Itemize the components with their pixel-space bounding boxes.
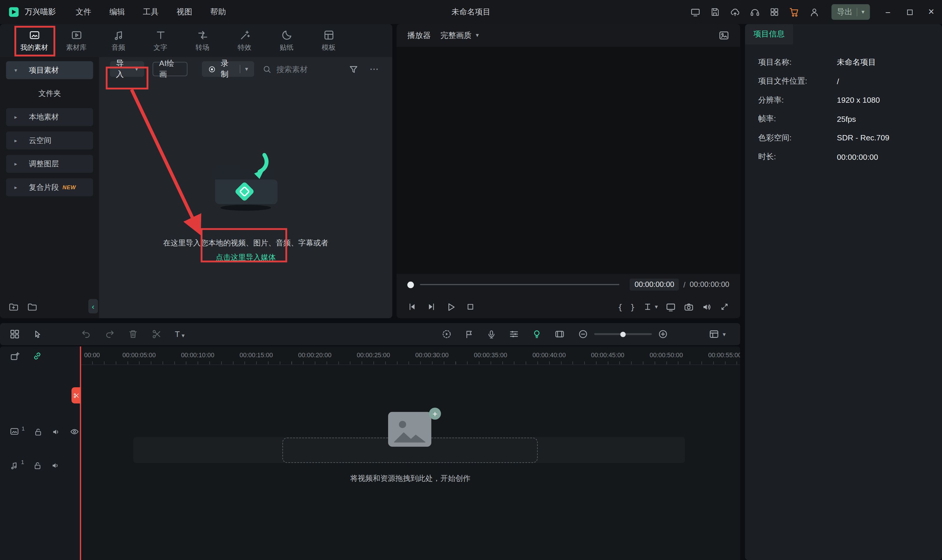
import-folder-illustration[interactable] bbox=[206, 152, 285, 212]
player-panel: 播放器 完整画质 ▾ 00:00:00:00 / 00:00:00:00 bbox=[397, 24, 740, 318]
mute-speaker-icon[interactable] bbox=[51, 427, 61, 436]
tab-stickers[interactable]: 贴纸 bbox=[265, 24, 308, 57]
preview-screen[interactable] bbox=[397, 47, 740, 274]
sidebar-collapse-button[interactable]: ‹ bbox=[88, 299, 98, 314]
tab-my-media[interactable]: 我的素材 bbox=[13, 24, 56, 57]
delete-icon[interactable] bbox=[128, 329, 139, 339]
export-button[interactable]: 导出 ▾ bbox=[832, 4, 870, 20]
sidebar-item-adjustment-layer[interactable]: ▸ 调整图层 bbox=[6, 155, 93, 173]
cart-icon[interactable] bbox=[785, 0, 804, 24]
import-media-link[interactable]: 点击这里导入媒体 bbox=[216, 253, 276, 263]
zoom-in-icon[interactable] bbox=[658, 329, 668, 339]
more-options-icon[interactable]: ⋯ bbox=[370, 63, 379, 74]
minimize-button[interactable]: − bbox=[877, 0, 899, 24]
headset-icon[interactable] bbox=[745, 0, 765, 24]
import-button[interactable]: 导入 ▾ bbox=[110, 61, 144, 77]
timeline-view-toggle[interactable]: ▾ bbox=[709, 329, 726, 339]
zoom-slider-handle[interactable] bbox=[620, 331, 626, 337]
add-media-badge[interactable]: + bbox=[429, 408, 441, 420]
lock-icon[interactable] bbox=[34, 427, 43, 436]
mirror-screen-icon[interactable] bbox=[666, 302, 676, 312]
tab-templates[interactable]: 模板 bbox=[308, 24, 350, 57]
audio-mixer-icon[interactable] bbox=[509, 329, 519, 339]
smart-light-icon[interactable] bbox=[532, 329, 542, 339]
trim-tool-icon[interactable]: ▾ bbox=[643, 302, 658, 312]
sidebar-item-local-media[interactable]: ▸ 本地素材 bbox=[6, 108, 93, 126]
marker-flag-icon[interactable] bbox=[464, 329, 474, 339]
user-icon[interactable] bbox=[805, 0, 824, 24]
new-folder-icon[interactable] bbox=[9, 302, 19, 312]
playhead[interactable] bbox=[80, 346, 81, 560]
video-track-icon[interactable] bbox=[10, 427, 19, 437]
ai-paint-button[interactable]: AI绘画 bbox=[153, 62, 188, 76]
menu-edit[interactable]: 编辑 bbox=[100, 6, 134, 17]
zoom-out-icon[interactable] bbox=[578, 329, 588, 339]
dual-screen-icon[interactable] bbox=[686, 0, 705, 24]
sidebar-item-compound-clip[interactable]: ▸ 复合片段 NEW bbox=[6, 178, 93, 196]
folder-icon[interactable] bbox=[27, 302, 37, 312]
track-layout-icon[interactable] bbox=[10, 329, 20, 339]
tab-project-info[interactable]: 项目信息 bbox=[745, 24, 793, 45]
close-button[interactable]: × bbox=[920, 0, 942, 24]
tab-audio[interactable]: 音频 bbox=[97, 24, 140, 57]
menu-tools[interactable]: 工具 bbox=[134, 6, 168, 17]
caret-right-icon: ▸ bbox=[14, 137, 17, 143]
sidebar-item-folder[interactable]: 文件夹 bbox=[6, 85, 93, 103]
menu-view[interactable]: 视图 bbox=[168, 6, 201, 17]
timeline-ruler[interactable]: 00:00 00:00:05:00 00:00:10:00 00:00:15:0… bbox=[80, 346, 740, 365]
ruler-label: 00:00:35:00 bbox=[464, 351, 518, 358]
play-icon[interactable] bbox=[446, 302, 456, 312]
music-note-icon bbox=[113, 29, 124, 41]
menu-file[interactable]: 文件 bbox=[66, 6, 100, 17]
add-clip-icon[interactable] bbox=[10, 351, 21, 362]
search-input[interactable] bbox=[276, 65, 348, 74]
redo-icon[interactable] bbox=[105, 329, 115, 339]
field-value: 00:00:00:00 bbox=[837, 148, 942, 166]
tab-transitions[interactable]: 转场 bbox=[181, 24, 224, 57]
film-frame-icon[interactable] bbox=[555, 329, 565, 339]
zoom-slider[interactable] bbox=[594, 333, 652, 335]
filter-sort-icon[interactable] bbox=[348, 64, 359, 74]
seek-handle[interactable] bbox=[407, 282, 414, 288]
next-frame-icon[interactable] bbox=[427, 302, 436, 312]
template-icon bbox=[323, 29, 335, 41]
mute-speaker-icon[interactable] bbox=[51, 461, 60, 470]
menu-help[interactable]: 帮助 bbox=[201, 6, 235, 17]
sidebar-item-cloud-space[interactable]: ▸ 云空间 bbox=[6, 132, 93, 149]
save-icon[interactable] bbox=[705, 0, 725, 24]
voiceover-mic-icon[interactable] bbox=[487, 329, 496, 339]
cloud-upload-icon[interactable] bbox=[725, 0, 745, 24]
tab-label: 贴纸 bbox=[280, 43, 294, 52]
apps-grid-icon[interactable] bbox=[765, 0, 785, 24]
fullscreen-icon[interactable] bbox=[720, 302, 729, 312]
lock-icon[interactable] bbox=[33, 461, 42, 470]
preview-picture-icon[interactable] bbox=[718, 30, 729, 41]
render-preview-icon[interactable] bbox=[442, 329, 452, 339]
mark-out-icon[interactable]: } bbox=[630, 302, 635, 311]
undo-icon[interactable] bbox=[81, 329, 91, 339]
quality-dropdown[interactable]: 完整画质 ▾ bbox=[440, 30, 479, 41]
playhead-scissors-handle[interactable] bbox=[72, 387, 81, 403]
split-scissors-icon[interactable] bbox=[151, 329, 162, 339]
field-value: 未命名项目 bbox=[837, 53, 942, 72]
view-grid-icon bbox=[709, 329, 719, 339]
volume-icon[interactable] bbox=[702, 302, 712, 312]
snapshot-camera-icon[interactable] bbox=[684, 302, 694, 312]
field-label: 色彩空间: bbox=[758, 129, 837, 148]
sidebar-item-project-media[interactable]: ▾ 项目素材 bbox=[6, 61, 93, 79]
tab-stock-media[interactable]: 素材库 bbox=[56, 24, 97, 57]
text-tool-button[interactable]: T▾ bbox=[175, 329, 185, 339]
tab-text[interactable]: 文字 bbox=[139, 24, 181, 57]
previous-frame-icon[interactable] bbox=[407, 302, 417, 312]
maximize-button[interactable] bbox=[899, 0, 920, 24]
mark-in-icon[interactable]: { bbox=[618, 302, 623, 311]
seek-track[interactable] bbox=[420, 284, 619, 285]
visibility-eye-icon[interactable] bbox=[70, 427, 80, 437]
audio-track-icon[interactable] bbox=[10, 461, 19, 470]
stop-icon[interactable] bbox=[466, 302, 475, 312]
record-button[interactable]: 录制 ▾ bbox=[202, 61, 254, 77]
tab-effects[interactable]: 特效 bbox=[224, 24, 265, 57]
link-clips-icon[interactable] bbox=[32, 351, 42, 361]
select-cursor-icon[interactable] bbox=[33, 329, 43, 339]
timeline-tools-mid bbox=[442, 329, 565, 339]
